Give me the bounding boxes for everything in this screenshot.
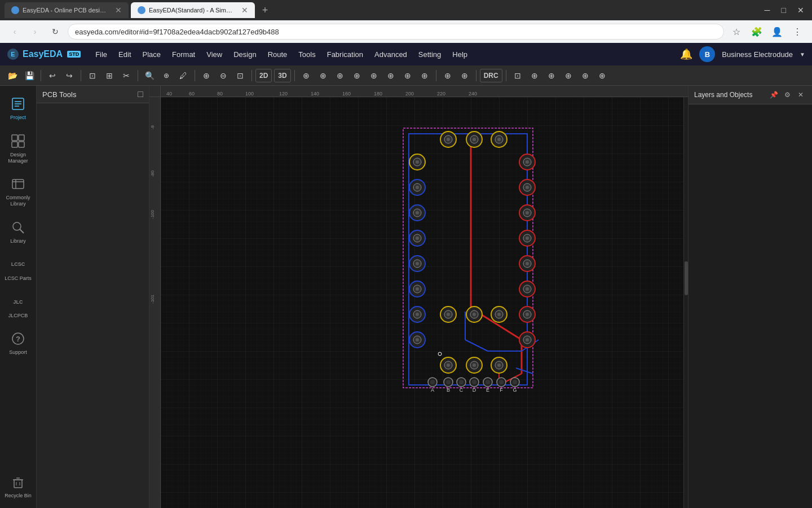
toolbar-btn-far2[interactable]: ⊕ bbox=[527, 68, 542, 84]
svg-point-65 bbox=[416, 313, 419, 316]
tab-bar: EasyEDA - Online PCB design &... ✕ EasyE… bbox=[0, 0, 812, 20]
svg-line-35 bbox=[516, 368, 533, 374]
svg-text:C: C bbox=[460, 387, 464, 393]
forward-button[interactable]: › bbox=[27, 24, 43, 40]
toolbar-zoom-in[interactable]: ⊕ bbox=[198, 68, 214, 84]
menu-design[interactable]: Design bbox=[228, 43, 262, 65]
sidebar-item-commonly-library[interactable]: Commonly Library bbox=[2, 170, 34, 212]
sidebar-item-recycle-bin[interactable]: Recycle Bin bbox=[2, 468, 34, 503]
menu-tools[interactable]: Tools bbox=[293, 43, 321, 65]
toolbar-search[interactable]: 🔍 bbox=[142, 68, 157, 84]
toolbar-zoom-out[interactable]: ⊖ bbox=[215, 68, 231, 84]
menu-fabrication[interactable]: Fabrication bbox=[321, 43, 369, 65]
toolbar-undo[interactable]: ↩ bbox=[45, 68, 60, 84]
left-sidebar: Project Design Manager Commonly Library … bbox=[0, 86, 37, 508]
svg-point-56 bbox=[416, 237, 419, 240]
toolbar-grid[interactable]: ⊞ bbox=[102, 68, 117, 84]
toolbar-open[interactable]: 📂 bbox=[5, 68, 20, 84]
sidebar-item-jlcpcb[interactable]: JLC JLCPCB bbox=[2, 288, 34, 323]
toolbar-btn-extra4[interactable]: ⊕ bbox=[349, 68, 365, 84]
toolbar-save[interactable]: 💾 bbox=[21, 68, 37, 84]
pin-panel-button[interactable]: 📌 bbox=[768, 89, 779, 100]
back-button[interactable]: ‹ bbox=[7, 24, 23, 40]
toolbar-btn-extra6[interactable]: ⊕ bbox=[383, 68, 399, 84]
svg-point-92 bbox=[526, 338, 529, 341]
window-maximize[interactable]: □ bbox=[778, 6, 789, 15]
refresh-button[interactable]: ↻ bbox=[47, 24, 63, 40]
toolbar-redo[interactable]: ↪ bbox=[61, 68, 77, 84]
user-name[interactable]: Business Electrodude bbox=[722, 50, 793, 59]
menu-setting[interactable]: Setting bbox=[413, 43, 447, 65]
window-minimize[interactable]: ─ bbox=[761, 6, 774, 15]
toolbar-btn-far5[interactable]: ⊕ bbox=[577, 68, 593, 84]
close-panel-button[interactable]: ✕ bbox=[795, 89, 806, 100]
menu-edit[interactable]: Edit bbox=[113, 43, 136, 65]
svg-point-38 bbox=[447, 138, 450, 141]
menu-help[interactable]: Help bbox=[447, 43, 473, 65]
profile-button[interactable]: 👤 bbox=[769, 24, 785, 40]
tab-1[interactable]: EasyEDA - Online PCB design &... ✕ bbox=[5, 2, 129, 18]
more-button[interactable]: ⋮ bbox=[789, 24, 805, 40]
settings-panel-button[interactable]: ⚙ bbox=[782, 89, 793, 100]
toolbar-btn-far4[interactable]: ⊕ bbox=[561, 68, 576, 84]
extension-button[interactable]: 🧩 bbox=[749, 24, 765, 40]
toolbar-btn-far6[interactable]: ⊕ bbox=[594, 68, 610, 84]
toolbar-2d[interactable]: 2D bbox=[255, 69, 272, 82]
scrollbar-thumb[interactable] bbox=[685, 261, 688, 295]
menu-view[interactable]: View bbox=[201, 43, 228, 65]
pcb-panel-title: PCB Tools bbox=[42, 90, 76, 99]
toolbar-btn-extra8[interactable]: ⊕ bbox=[417, 68, 433, 84]
sidebar-item-support[interactable]: ? Support bbox=[2, 325, 34, 360]
canvas-area[interactable]: 40 60 80 100 120 140 160 180 200 220 240… bbox=[149, 86, 688, 508]
sidebar-item-lcsc[interactable]: LCSC LCSC Parts bbox=[2, 251, 34, 286]
toolbar-snap[interactable]: ⊡ bbox=[85, 68, 100, 84]
commonly-library-icon bbox=[9, 175, 27, 193]
toolbar-btn-right1[interactable]: ⊕ bbox=[440, 68, 456, 84]
pcb-canvas[interactable]: A B C D E F G bbox=[161, 97, 688, 508]
toolbar-btn-extra5[interactable]: ⊕ bbox=[366, 68, 382, 84]
tab-2-close[interactable]: ✕ bbox=[241, 6, 248, 15]
sidebar-item-project[interactable]: Project bbox=[2, 90, 34, 125]
notification-button[interactable]: 🔔 bbox=[680, 48, 692, 60]
window-close[interactable]: ✕ bbox=[794, 6, 807, 15]
toolbar-btn-far1[interactable]: ⊡ bbox=[510, 68, 526, 84]
toolbar-btn-extra2[interactable]: ⊕ bbox=[315, 68, 331, 84]
tab-2[interactable]: EasyEDA(Standard) - A Simple a... ✕ bbox=[131, 2, 255, 18]
pcb-design: A B C D E F G bbox=[161, 97, 688, 508]
toolbar-cut[interactable]: ✂ bbox=[118, 68, 134, 84]
svg-point-80 bbox=[526, 237, 529, 240]
toolbar-inspect[interactable]: ⊕ bbox=[158, 68, 174, 84]
jlcpcb-icon: JLC bbox=[9, 293, 27, 311]
bookmark-button[interactable]: ☆ bbox=[729, 24, 744, 40]
sidebar-item-design-manager[interactable]: Design Manager bbox=[2, 128, 34, 169]
toolbar-paint[interactable]: 🖊 bbox=[175, 68, 191, 84]
pcb-panel-close[interactable]: □ bbox=[138, 89, 143, 99]
svg-point-41 bbox=[473, 138, 476, 141]
new-tab-button[interactable]: + bbox=[257, 2, 273, 18]
toolbar-zoom-fit[interactable]: ⊡ bbox=[232, 68, 248, 84]
menu-route[interactable]: Route bbox=[262, 43, 293, 65]
toolbar-drc[interactable]: DRC bbox=[480, 69, 502, 82]
toolbar-btn-extra3[interactable]: ⊕ bbox=[332, 68, 348, 84]
pcb-panel-header: PCB Tools □ bbox=[37, 86, 149, 103]
main-toolbar: 📂 💾 ↩ ↪ ⊡ ⊞ ✂ 🔍 ⊕ 🖊 ⊕ ⊖ ⊡ 2D 3D ⊕ ⊕ ⊕ ⊕ … bbox=[0, 65, 812, 86]
address-bar[interactable]: easyeda.com/editor#id=9f1708a2edea4dacb9… bbox=[68, 24, 724, 40]
user-menu-arrow[interactable]: ▼ bbox=[800, 51, 805, 58]
menu-file[interactable]: File bbox=[90, 43, 113, 65]
vertical-scrollbar[interactable] bbox=[683, 97, 688, 508]
toolbar-btn-far3[interactable]: ⊕ bbox=[544, 68, 559, 84]
menu-format[interactable]: Format bbox=[166, 43, 201, 65]
svg-point-112 bbox=[430, 380, 435, 384]
sidebar-item-library[interactable]: Library bbox=[2, 214, 34, 249]
menu-advanced[interactable]: Advanced bbox=[369, 43, 413, 65]
svg-text:?: ? bbox=[16, 335, 20, 343]
svg-point-50 bbox=[416, 186, 419, 189]
toolbar-btn-extra7[interactable]: ⊕ bbox=[400, 68, 416, 84]
svg-point-86 bbox=[526, 287, 529, 291]
menu-place[interactable]: Place bbox=[137, 43, 167, 65]
svg-point-53 bbox=[416, 211, 419, 214]
toolbar-btn-right2[interactable]: ⊕ bbox=[457, 68, 473, 84]
tab-1-close[interactable]: ✕ bbox=[115, 6, 122, 15]
toolbar-3d[interactable]: 3D bbox=[274, 69, 290, 82]
toolbar-btn-extra1[interactable]: ⊕ bbox=[298, 68, 314, 84]
